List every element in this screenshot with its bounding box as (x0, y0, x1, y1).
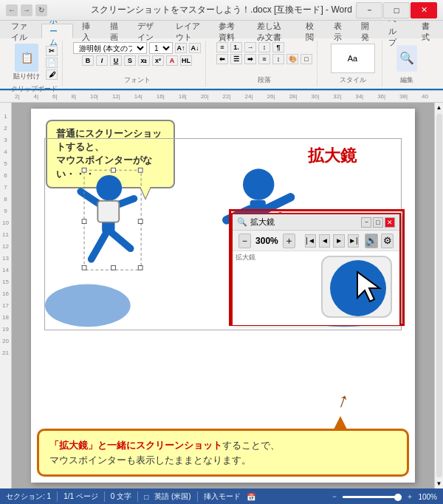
ruler-marks: 2| 4| 6| 8| 10| 12| 14| 16| 18| 20| 22| … (15, 93, 428, 100)
status-language: 英語 (米国) (154, 491, 190, 502)
callout-text-3: マウスポインターも表示したままとなります。 (49, 454, 251, 466)
zoom-slider[interactable] (343, 496, 402, 498)
cursor-bg-rect (321, 256, 392, 318)
magnifier-toolbar: － 300% ＋ |◄ ◄ ► ►| 🔊 ⚙ (233, 231, 399, 251)
tab-home[interactable]: ホーム (41, 24, 74, 38)
close-btn[interactable]: ✕ (411, 2, 437, 18)
svg-rect-17 (82, 168, 86, 172)
bold-btn[interactable]: B (82, 55, 94, 66)
font-name-select[interactable]: 游明朝 (本文のフォント) (73, 42, 147, 54)
minimize-btn[interactable]: － (356, 2, 382, 18)
format-painter-button[interactable]: 🖌 (46, 69, 58, 80)
magnifier-label: 拡大鏡 (308, 145, 357, 167)
indent-btn[interactable]: → (244, 42, 256, 52)
magnifier-close-btn[interactable]: ✕ (385, 217, 395, 228)
tab-help[interactable]: ヘルプ (380, 24, 413, 38)
subscript-btn[interactable]: x₂ (138, 55, 150, 66)
magnifier-plus-btn[interactable]: ＋ (283, 234, 295, 248)
tab-draw[interactable]: 描画 (102, 24, 128, 38)
tab-mailings[interactable]: 差し込み文書 (249, 24, 297, 38)
zoom-in-icon[interactable]: ＋ (406, 491, 413, 502)
style-preview: Aa (331, 44, 375, 73)
bullets-btn[interactable]: ≡ (216, 42, 228, 52)
status-words: 0 文字 (111, 491, 131, 502)
ribbon-group-edit: 🔍 編集 (388, 41, 425, 86)
magnifier-speaker-btn[interactable]: 🔊 (365, 234, 378, 248)
sort-btn[interactable]: ↕ (258, 42, 270, 52)
scroll-up-btn[interactable]: ▲ (436, 104, 442, 111)
svg-marker-25 (357, 272, 380, 302)
italic-btn[interactable]: I (96, 55, 108, 66)
tab-insert[interactable]: 挿入 (74, 24, 100, 38)
refresh-btn[interactable]: ↻ (35, 4, 47, 16)
status-sep-2 (104, 491, 105, 502)
zoom-out-icon[interactable]: － (331, 491, 338, 502)
marks-btn[interactable]: ¶ (272, 42, 284, 52)
callout-text-2: することで、 (222, 440, 280, 451)
svg-rect-21 (138, 219, 142, 224)
magnifier-viewport (320, 254, 394, 319)
paste-button[interactable]: 📋 貼り付け (10, 42, 43, 83)
window-controls[interactable]: － □ ✕ (356, 2, 437, 18)
tab-review[interactable]: 校閲 (298, 24, 324, 38)
tab-view[interactable]: 表示 (326, 24, 352, 38)
tab-format[interactable]: 書式 (413, 24, 440, 38)
svg-line-10 (266, 197, 291, 209)
ribbon-tabs[interactable]: ファイル ホーム 挿入 描画 デザイン レイアウト 参考資料 差し込み文書 校閲… (0, 21, 443, 38)
magnifier-last-btn[interactable]: ►| (348, 234, 359, 248)
zoom-slider-fill (343, 496, 396, 498)
scroll-down-btn[interactable]: ▼ (436, 480, 442, 487)
tab-file[interactable]: ファイル (3, 24, 41, 38)
svg-rect-22 (82, 265, 86, 270)
magnifier-next-btn[interactable]: ► (333, 234, 344, 248)
justify-btn[interactable]: ≡ (258, 54, 270, 64)
magnifier-first-btn[interactable]: |◄ (305, 234, 316, 248)
numbering-btn[interactable]: 1. (230, 42, 242, 52)
figures-area: 拡大鏡 🔍 拡大鏡 － □ ✕ － 300% ＋ (44, 138, 402, 330)
align-left-btn[interactable]: ⬅ (216, 54, 228, 64)
scrollbar-right[interactable]: ▲ ▼ (434, 103, 443, 488)
align-center-btn[interactable]: ☰ (230, 54, 242, 64)
cut-button[interactable]: ✂ (46, 46, 58, 56)
svg-rect-6 (97, 201, 119, 222)
restore-btn[interactable]: □ (383, 2, 410, 18)
grow-font-btn[interactable]: A↑ (175, 43, 187, 53)
back-btn[interactable]: ← (6, 4, 18, 16)
status-bar: セクション: 1 1/1 ページ 0 文字 □ 英語 (米国) 挿入モード 📅 … (0, 488, 443, 504)
magnifier-minimize-btn[interactable]: － (361, 217, 371, 228)
magnifier-content: 拡大鏡 (233, 251, 399, 325)
magnifier-settings-btn[interactable]: ⚙ (381, 234, 394, 248)
magnifier-minus-btn[interactable]: － (238, 234, 251, 248)
callout-bottom-text: 「拡大鏡」と一緒にスクリーンショットすることで、 マウスポインターも表示したまま… (49, 438, 396, 467)
window-icons[interactable]: ← → ↻ (6, 4, 47, 16)
superscript-btn[interactable]: x² (152, 55, 164, 66)
copy-button[interactable]: 📄 (46, 58, 58, 68)
magnifier-prev-btn[interactable]: ◄ (319, 234, 330, 248)
font-color-btn[interactable]: A (166, 55, 178, 66)
tab-layout[interactable]: レイアウト (168, 24, 210, 38)
font-size-select[interactable]: 10.5 (149, 42, 173, 54)
zoom-slider-thumb[interactable] (394, 494, 402, 501)
strikethrough-btn[interactable]: S (124, 55, 136, 66)
shading-btn[interactable]: 🎨 (286, 54, 298, 64)
magnifier-restore-btn[interactable]: □ (373, 217, 383, 228)
underline-btn[interactable]: U (110, 55, 122, 66)
zoom-percent[interactable]: 100% (418, 493, 437, 501)
svg-rect-23 (111, 265, 116, 270)
tab-design[interactable]: デザイン (129, 24, 167, 38)
ribbon-group-paragraph: ≡ 1. → ↕ ¶ ⬅ ☰ ➡ ≡ ↕ 🎨 □ 段落 (212, 41, 317, 86)
highlight-btn[interactable]: HL (180, 55, 192, 66)
tab-dev[interactable]: 開発 (353, 24, 380, 38)
line-spacing-btn[interactable]: ↕ (272, 54, 284, 64)
tab-references[interactable]: 参考資料 (210, 24, 248, 38)
forward-btn[interactable]: → (21, 4, 32, 16)
shrink-font-btn[interactable]: A↓ (189, 43, 201, 53)
magnifier-window[interactable]: 🔍 拡大鏡 － □ ✕ － 300% ＋ |◄ ◄ ► ►| (231, 213, 401, 324)
search-icon: 🔍 (396, 45, 417, 72)
scroll-thumb[interactable] (436, 114, 442, 477)
ribbon-group-style: Aa スタイル (323, 41, 382, 86)
align-right-btn[interactable]: ➡ (244, 54, 256, 64)
border-btn[interactable]: □ (301, 54, 312, 64)
svg-rect-24 (138, 265, 142, 270)
magnifier-percent: 300% (254, 236, 280, 246)
